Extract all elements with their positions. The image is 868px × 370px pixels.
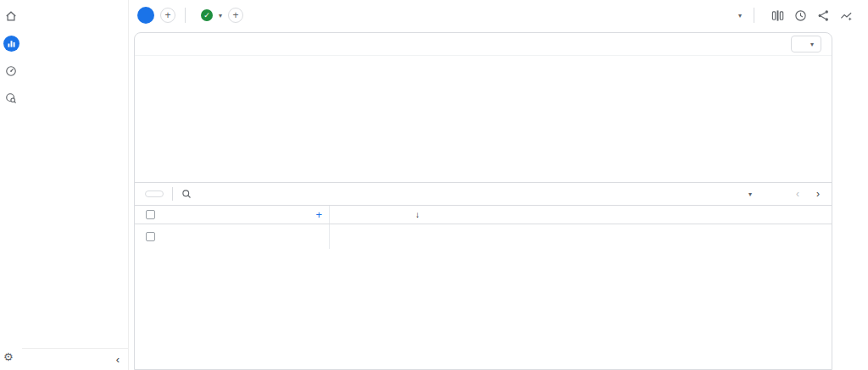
chart-x-axis (145, 159, 821, 174)
rows-per-page-select[interactable]: ▾ (740, 191, 752, 198)
topbar-divider-2 (754, 8, 754, 23)
add-comparison-button[interactable]: + (160, 8, 175, 23)
chart-header: ▾ (135, 33, 832, 56)
table-header-row: + ↓ (135, 205, 832, 224)
topbar-divider (185, 8, 186, 23)
table-search (181, 189, 725, 199)
app-root: ⚙ ‹ + ✓ ▾ + ▾ (0, 0, 868, 370)
report-card: ▾ ▾ (134, 32, 832, 370)
reports-sidebar: ‹ (22, 0, 129, 370)
sort-desc-icon: ↓ (415, 210, 420, 219)
timeseries-chart (145, 59, 821, 159)
next-page-icon[interactable]: › (815, 188, 821, 200)
sidebar-collapse-icon[interactable]: ‹ (116, 354, 120, 365)
app-nav-rail: ⚙ (0, 0, 22, 370)
home-icon[interactable] (3, 8, 19, 24)
comparison-icon[interactable] (771, 9, 784, 22)
rows-per-page-caret-icon: ▾ (748, 191, 752, 198)
checkmark-badge-icon[interactable]: ✓ (201, 9, 213, 21)
search-icon (181, 189, 192, 199)
search-input[interactable] (197, 189, 383, 199)
add-tab-button[interactable]: + (228, 8, 243, 23)
granularity-caret-icon: ▾ (810, 41, 814, 48)
chart-canvas (145, 59, 798, 157)
title-dropdown-caret-icon[interactable]: ▾ (219, 12, 222, 19)
report-topbar: + ✓ ▾ + ▾ (129, 0, 868, 30)
prev-page-icon[interactable]: ‹ (794, 188, 801, 200)
admin-gear-icon[interactable]: ⚙ (3, 351, 14, 363)
select-all-checkbox[interactable] (146, 210, 155, 219)
goto-page-input[interactable] (765, 189, 787, 199)
totals-checkbox[interactable] (146, 232, 155, 241)
explore-icon[interactable] (3, 64, 19, 79)
add-dimension-icon[interactable]: + (315, 208, 322, 221)
column-header-event-count[interactable]: ↓ (330, 210, 423, 219)
comparison-avatar[interactable] (137, 7, 154, 24)
main-content: + ✓ ▾ + ▾ (129, 0, 868, 370)
table-controls: ▾ ‹ › (135, 182, 832, 205)
granularity-select[interactable]: ▾ (791, 36, 821, 52)
date-caret-icon[interactable]: ▾ (738, 12, 742, 19)
chart-legend (135, 174, 832, 182)
share-icon[interactable] (817, 9, 830, 22)
controls-divider (172, 187, 173, 201)
insights-icon[interactable] (840, 9, 853, 22)
plot-rows-button[interactable] (145, 191, 164, 197)
table-totals-row (135, 224, 832, 249)
sidebar-footer: ‹ (22, 348, 128, 370)
reports-icon[interactable] (3, 36, 19, 52)
clock-icon[interactable] (794, 9, 807, 22)
advertising-icon[interactable] (3, 91, 19, 106)
